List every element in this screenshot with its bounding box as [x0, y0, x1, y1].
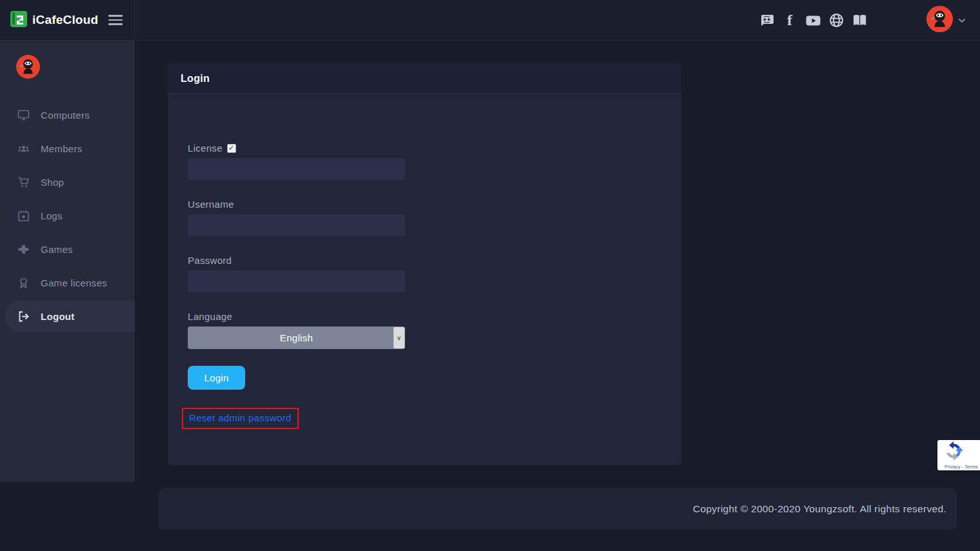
- license-label: License: [188, 143, 223, 154]
- sidebar-toggle-hamburger-icon[interactable]: [108, 15, 123, 25]
- docs-book-icon[interactable]: [848, 8, 871, 32]
- login-card-header: Login: [168, 63, 681, 94]
- sidebar-item-label: Shop: [41, 177, 64, 188]
- license-badge-icon: [17, 277, 30, 289]
- username-label: Username: [188, 199, 234, 210]
- globe-icon[interactable]: [825, 8, 848, 32]
- login-card: Login License ✓ Username Password: [168, 63, 681, 465]
- reset-admin-password-link[interactable]: Reset admin password: [189, 412, 292, 423]
- monitor-icon: [17, 109, 30, 121]
- recaptcha-logo-icon: [944, 441, 963, 463]
- page-title: Login: [181, 73, 210, 85]
- navbar-right: f: [755, 0, 980, 40]
- ninja-avatar: [926, 6, 953, 35]
- license-checkbox[interactable]: ✓: [227, 144, 236, 153]
- login-form: License ✓ Username Password Langua: [168, 94, 681, 429]
- select-chevron-down-icon: ∨: [394, 327, 405, 348]
- members-icon: [17, 143, 30, 155]
- sidebar-nav: Computers Members Shop: [0, 98, 135, 333]
- license-label-row: License ✓: [188, 143, 405, 154]
- password-group: Password: [188, 255, 405, 292]
- language-selected-value: English: [280, 332, 313, 343]
- username-group: Username: [188, 199, 405, 236]
- password-label: Password: [188, 255, 232, 266]
- license-input[interactable]: [188, 158, 405, 180]
- sidebar-item-games[interactable]: Games: [0, 232, 135, 266]
- sidebar-item-computers[interactable]: Computers: [0, 98, 135, 132]
- sidebar-ninja-avatar[interactable]: [16, 55, 135, 81]
- sidebar-item-label: Game licenses: [41, 277, 107, 288]
- license-group: License ✓: [188, 143, 405, 180]
- sidebar-item-logs[interactable]: Logs: [0, 199, 135, 232]
- sidebar: Computers Members Shop: [0, 41, 135, 482]
- sidebar-item-label: Computers: [41, 110, 90, 121]
- main-content: Login License ✓ Username Password: [135, 41, 980, 551]
- sidebar-item-label: Games: [41, 244, 73, 255]
- cart-icon: [17, 176, 30, 188]
- login-button[interactable]: Login: [188, 366, 245, 390]
- user-menu[interactable]: [926, 6, 966, 35]
- calendar-icon: [17, 210, 30, 222]
- sidebar-item-game-licenses[interactable]: Game licenses: [0, 266, 135, 299]
- sidebar-item-logout[interactable]: Logout: [5, 301, 135, 332]
- sidebar-item-label: Logs: [41, 210, 63, 221]
- top-navbar: iCafeCloud f: [0, 0, 980, 41]
- username-input[interactable]: [188, 214, 405, 236]
- brand-name: iCafeCloud: [32, 13, 98, 27]
- password-input[interactable]: [188, 270, 405, 292]
- annotation-red-box: Reset admin password: [182, 408, 299, 429]
- recaptcha-privacy-terms[interactable]: Privacy - Terms: [944, 464, 978, 470]
- language-label: Language: [188, 311, 232, 322]
- sidebar-item-label: Logout: [41, 311, 75, 322]
- youtube-icon[interactable]: [801, 8, 825, 32]
- copyright-text: Copyright © 2000-2020 Youngzsoft. All ri…: [693, 503, 946, 515]
- language-select[interactable]: English ∨: [188, 326, 405, 349]
- chevron-down-icon: [958, 15, 966, 25]
- icafecloud-logo-icon: [10, 10, 28, 30]
- sidebar-item-label: Members: [41, 143, 83, 154]
- sidebar-item-members[interactable]: Members: [0, 132, 135, 165]
- brand-logo[interactable]: iCafeCloud: [10, 10, 98, 30]
- recaptcha-badge[interactable]: Privacy - Terms: [937, 440, 980, 470]
- sidebar-item-shop[interactable]: Shop: [0, 165, 135, 199]
- brand-section: iCafeCloud: [0, 0, 135, 40]
- facebook-icon[interactable]: f: [778, 8, 801, 32]
- logout-icon: [17, 310, 30, 323]
- footer: Copyright © 2000-2020 Youngzsoft. All ri…: [159, 488, 957, 530]
- gamepad-icon: [17, 243, 30, 255]
- discord-icon[interactable]: [755, 8, 778, 32]
- language-group: Language English ∨: [188, 311, 405, 349]
